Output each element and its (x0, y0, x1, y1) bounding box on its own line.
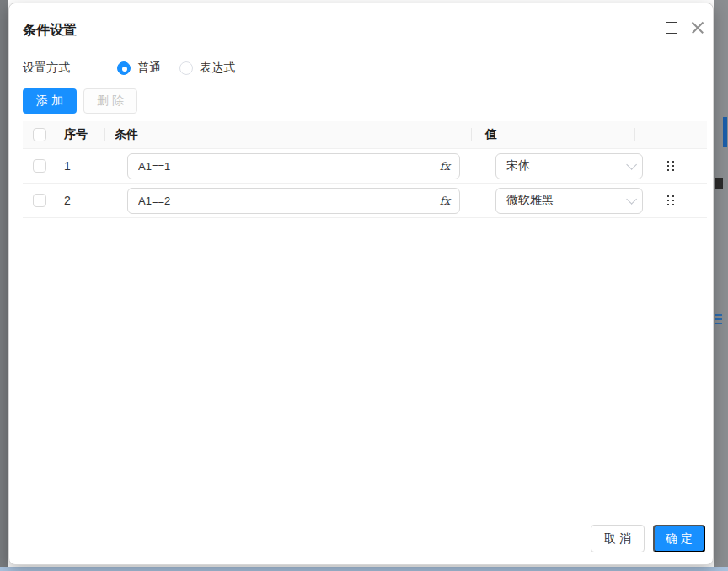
row-2-value-cell: 微软雅黑 (471, 188, 634, 214)
background-app-right-edge (714, 0, 728, 567)
header-checkbox-cell (23, 128, 56, 141)
table-header-row: 序号 条件 值 (23, 121, 707, 149)
row-2-condition-input[interactable] (127, 188, 460, 214)
fx-icon[interactable]: fx (440, 195, 450, 207)
chevron-down-icon (626, 194, 637, 205)
radio-expression-label: 表达式 (200, 61, 235, 76)
row-2-font-select[interactable]: 微软雅黑 (495, 188, 643, 214)
delete-button[interactable]: 删 除 (83, 88, 137, 114)
row-1-font-select[interactable]: 宋体 (495, 153, 643, 179)
row-1-index: 1 (56, 159, 104, 173)
dialog-footer: 取 消 确 定 (591, 525, 705, 552)
maximize-icon[interactable] (666, 22, 677, 34)
select-all-checkbox[interactable] (33, 128, 46, 141)
drag-handle-icon[interactable] (667, 195, 675, 206)
row-2-index: 2 (56, 194, 104, 207)
row-1-handle-cell (634, 161, 707, 172)
row-1-checkbox[interactable] (33, 159, 46, 173)
row-1-condition-cell: fx (104, 153, 471, 179)
row-1-font-value: 宋体 (506, 158, 530, 173)
radio-option-expression[interactable]: 表达式 (179, 61, 235, 76)
cancel-button[interactable]: 取 消 (591, 525, 645, 552)
row-2-checkbox[interactable] (33, 194, 46, 207)
setting-mode-label: 设置方式 (23, 61, 117, 76)
radio-expression-icon[interactable] (179, 61, 193, 75)
row-2-handle-cell (634, 195, 707, 206)
radio-normal-label: 普通 (137, 61, 161, 76)
table-row: 2 fx 微软雅黑 (23, 184, 707, 218)
row-2-condition-cell: fx (104, 188, 471, 214)
add-button[interactable]: 添 加 (23, 88, 77, 114)
condition-input-wrap: fx (127, 188, 460, 214)
background-app-left-panel (0, 0, 8, 567)
close-icon[interactable] (691, 21, 704, 35)
radio-option-normal[interactable]: 普通 (117, 61, 161, 76)
background-app-bottom-bar (0, 567, 728, 571)
ok-button[interactable]: 确 定 (653, 525, 705, 552)
background-blue-dashes (715, 314, 722, 326)
fx-icon[interactable]: fx (440, 160, 450, 173)
dialog-title: 条件设置 (23, 22, 77, 40)
background-blue-fragment (723, 117, 727, 147)
condition-input-wrap: fx (127, 153, 460, 179)
condition-settings-dialog: 条件设置 设置方式 普通 表达式 添 加 删 除 序号 条件 值 (8, 3, 714, 565)
setting-mode-row: 设置方式 普通 表达式 (23, 61, 254, 76)
chevron-down-icon (626, 159, 637, 170)
row-2-font-value: 微软雅黑 (506, 193, 554, 208)
row-1-condition-input[interactable] (127, 153, 460, 179)
drag-handle-icon[interactable] (667, 161, 675, 172)
header-condition: 条件 (104, 127, 471, 142)
condition-table: 序号 条件 值 1 fx 宋体 (23, 121, 707, 218)
row-checkbox-cell (23, 194, 56, 207)
row-1-value-cell: 宋体 (471, 153, 634, 179)
background-dark-fragment (715, 178, 723, 189)
radio-normal-icon[interactable] (117, 61, 131, 75)
header-index: 序号 (56, 127, 104, 142)
row-checkbox-cell (23, 159, 56, 173)
toolbar: 添 加 删 除 (23, 88, 137, 114)
header-value: 值 (471, 127, 634, 142)
table-row: 1 fx 宋体 (23, 149, 707, 184)
window-controls (666, 21, 704, 35)
